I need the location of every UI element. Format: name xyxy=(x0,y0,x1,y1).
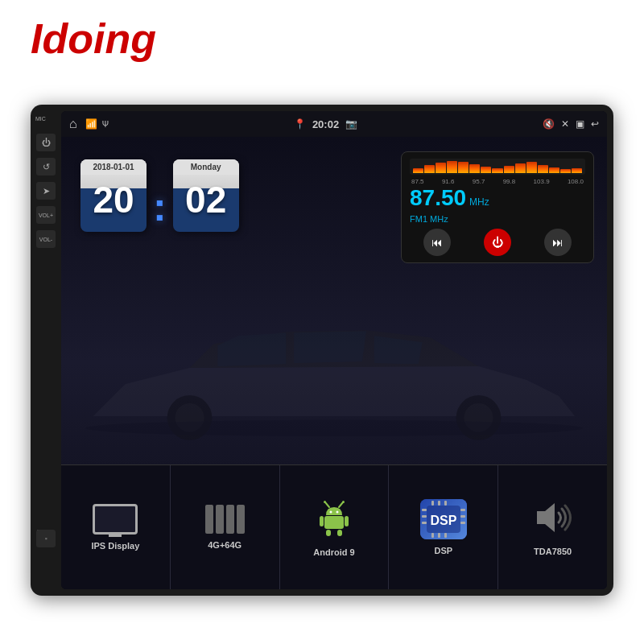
freq-bar-10 xyxy=(515,163,526,173)
home-icon[interactable]: ⌂ xyxy=(69,117,77,131)
svg-rect-29 xyxy=(438,533,440,538)
svg-rect-19 xyxy=(422,509,427,511)
android-label: Android 9 xyxy=(313,547,354,557)
svg-point-15 xyxy=(336,511,338,514)
status-left: ⌂ 📶 Ψ xyxy=(69,117,109,131)
brand-title: Idoing xyxy=(31,14,156,63)
svg-rect-24 xyxy=(460,522,465,524)
clock-widget: 2018-01-01 20 : Monday 02 xyxy=(80,159,239,232)
feature-ips[interactable]: IPS Display xyxy=(61,465,171,589)
freq-bar-15 xyxy=(572,168,582,173)
close-icon[interactable]: ✕ xyxy=(561,118,569,130)
freq-bar-13 xyxy=(549,167,559,173)
svg-rect-25 xyxy=(431,501,434,506)
svg-rect-20 xyxy=(422,515,427,518)
power-button[interactable]: ⏻ xyxy=(36,134,56,151)
clock-display: 20:02 xyxy=(312,118,339,130)
clock-minute: 02 xyxy=(185,181,226,218)
vol-down-button[interactable]: VOL- xyxy=(36,230,56,248)
svg-rect-28 xyxy=(431,533,434,538)
device-unit: MIC RST ⏻ ↺ ➤ VOL+ VOL- ▪ xyxy=(31,105,613,596)
freq-mark-1: 87.5 xyxy=(411,178,424,185)
return-icon: ↺ xyxy=(43,162,50,172)
clock-date: 2018-01-01 xyxy=(80,159,147,175)
freq-bar-11 xyxy=(526,162,537,173)
power-icon: ⏻ xyxy=(42,138,51,147)
feature-speaker[interactable]: TDA7850 xyxy=(498,465,607,589)
freq-bars xyxy=(410,160,585,173)
svg-point-4 xyxy=(85,420,583,436)
status-center: 📍 20:02 📷 xyxy=(294,118,357,130)
clock-hour-block: 2018-01-01 20 xyxy=(80,159,147,232)
dsp-label: DSP xyxy=(434,546,452,555)
clock-hour: 20 xyxy=(93,181,134,218)
status-bar: ⌂ 📶 Ψ 📍 20:02 📷 🔇 ✕ ▣ ↩ xyxy=(61,111,607,137)
android-icon xyxy=(314,497,354,541)
feature-android[interactable]: Android 9 xyxy=(280,465,390,589)
mute-icon[interactable]: 🔇 xyxy=(543,118,555,130)
svg-rect-7 xyxy=(345,516,349,526)
freq-scale: 87.5 91.6 95.7 99.8 103.9 108.0 xyxy=(410,178,585,185)
return-button[interactable]: ↺ xyxy=(36,158,56,175)
freq-mark-5: 103.9 xyxy=(534,178,550,185)
freq-bar-14 xyxy=(560,169,571,173)
display-icon[interactable]: ▣ xyxy=(576,118,584,130)
svg-rect-23 xyxy=(460,515,465,518)
nav-icon: ➤ xyxy=(43,186,50,196)
freq-bar-3 xyxy=(436,163,446,173)
radio-widget: 87.5 91.6 95.7 99.8 103.9 108.0 87.50 MH… xyxy=(401,151,594,263)
svg-rect-22 xyxy=(460,509,465,511)
freq-mark-3: 95.7 xyxy=(473,178,485,185)
main-content: 2018-01-01 20 : Monday 02 xyxy=(61,137,607,589)
freq-bar-6 xyxy=(469,164,480,173)
wifi-icon: 📶 xyxy=(85,118,97,130)
clock-day: Monday xyxy=(173,159,239,175)
radio-next-button[interactable]: ⏭ xyxy=(544,229,572,256)
clock-separator: : xyxy=(153,187,167,227)
freq-bar-8 xyxy=(492,168,502,173)
freq-bar-9 xyxy=(504,166,514,173)
freq-mark-6: 108.0 xyxy=(568,178,584,185)
svg-point-11 xyxy=(324,501,326,503)
svg-point-14 xyxy=(329,511,332,514)
feature-storage[interactable]: 4G+64G xyxy=(171,465,280,589)
dsp-icon: DSP xyxy=(420,499,467,539)
nav-button[interactable]: ➤ xyxy=(36,182,56,200)
vol-up-button[interactable]: VOL+ xyxy=(36,206,56,224)
freq-bar-4 xyxy=(447,161,457,173)
radio-prev-icon: ⏮ xyxy=(431,236,443,249)
ips-icon xyxy=(93,504,138,535)
svg-rect-5 xyxy=(324,516,344,529)
storage-label: 4G+64G xyxy=(208,540,242,550)
rst-icon: ▪ xyxy=(44,535,47,543)
svg-rect-30 xyxy=(444,533,447,538)
camera-icon: 📷 xyxy=(345,118,357,130)
svg-rect-9 xyxy=(337,530,342,536)
radio-controls: ⏮ ⏻ ⏭ xyxy=(410,229,585,256)
rst-button[interactable]: ▪ xyxy=(36,530,56,547)
svg-text:DSP: DSP xyxy=(430,514,456,527)
freq-mark-2: 91.6 xyxy=(442,178,455,185)
radio-prev-button[interactable]: ⏮ xyxy=(423,229,451,256)
feature-dsp[interactable]: DSP xyxy=(389,465,498,589)
radio-band: FM1 MHz xyxy=(410,214,585,224)
freq-bar-12 xyxy=(538,165,548,173)
svg-rect-21 xyxy=(422,522,427,524)
svg-rect-6 xyxy=(320,516,324,526)
svg-line-12 xyxy=(339,502,343,507)
location-icon: 📍 xyxy=(294,118,306,130)
clock-minute-block: Monday 02 xyxy=(173,159,239,232)
svg-rect-27 xyxy=(444,501,447,506)
back-icon[interactable]: ↩ xyxy=(591,118,599,130)
freq-bar-2 xyxy=(424,165,435,173)
status-icons: 📶 Ψ xyxy=(85,118,109,130)
radio-freq-display: 87.50 MHz xyxy=(410,185,585,211)
side-buttons: ⏻ ↺ ➤ VOL+ VOL- ▪ xyxy=(31,105,61,596)
radio-power-icon: ⏻ xyxy=(492,236,503,249)
svg-point-13 xyxy=(342,501,345,503)
status-right: 🔇 ✕ ▣ ↩ xyxy=(543,118,599,130)
svg-rect-8 xyxy=(326,530,331,536)
freq-mark-4: 99.8 xyxy=(503,178,516,185)
radio-power-button[interactable]: ⏻ xyxy=(484,229,511,256)
svg-line-10 xyxy=(325,502,329,507)
